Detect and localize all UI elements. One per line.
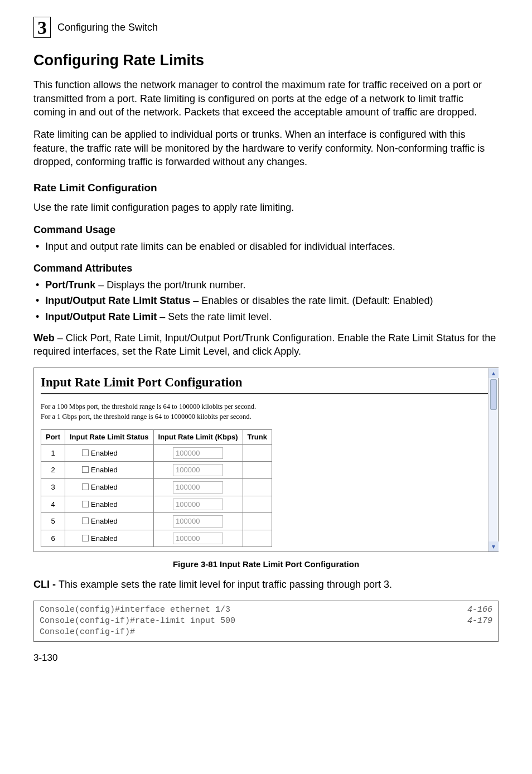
enabled-checkbox[interactable] bbox=[82, 449, 89, 456]
enabled-label: Enabled bbox=[91, 466, 118, 474]
rate-limit-input[interactable]: 100000 bbox=[173, 447, 223, 459]
cell-status: Enabled bbox=[65, 478, 154, 496]
col-status: Input Rate Limit Status bbox=[65, 430, 154, 445]
page-number: 3-130 bbox=[33, 652, 499, 665]
cell-trunk bbox=[243, 444, 272, 462]
cli-line-2: Console(config-if)#rate-limit input 500 … bbox=[40, 616, 492, 627]
cell-trunk bbox=[243, 530, 272, 547]
cli-line3-cmd: Console(config-if)# bbox=[40, 627, 135, 638]
figure-caption: Figure 3-81 Input Rate Limit Port Config… bbox=[33, 559, 499, 570]
figure-note-1: For a 100 Mbps port, the threshold range… bbox=[41, 402, 491, 412]
figure-divider bbox=[41, 393, 491, 394]
table-row: 5Enabled100000 bbox=[41, 513, 272, 530]
usage-bullet: Input and output rate limits can be enab… bbox=[33, 240, 499, 253]
cell-trunk bbox=[243, 513, 272, 530]
cell-limit: 100000 bbox=[153, 462, 243, 479]
command-attributes-list: Port/Trunk – Displays the port/trunk num… bbox=[33, 278, 499, 323]
cell-status: Enabled bbox=[65, 496, 154, 513]
table-row: 2Enabled100000 bbox=[41, 462, 272, 479]
cell-port: 3 bbox=[41, 478, 65, 496]
attr1-label: Port/Trunk bbox=[45, 279, 95, 291]
cell-port: 5 bbox=[41, 513, 65, 530]
figure-panel-title: Input Rate Limit Port Configuration bbox=[41, 374, 491, 391]
attr-port-trunk: Port/Trunk – Displays the port/trunk num… bbox=[33, 278, 499, 292]
scroll-thumb[interactable] bbox=[490, 379, 497, 410]
rate-limit-table: Port Input Rate Limit Status Input Rate … bbox=[41, 429, 272, 547]
section-title: Configuring Rate Limits bbox=[33, 50, 499, 70]
figure-note-2: For a 1 Gbps port, the threshold range i… bbox=[41, 412, 491, 422]
table-row: 4Enabled100000 bbox=[41, 496, 272, 513]
cell-port: 1 bbox=[41, 444, 65, 462]
command-attributes-head: Command Attributes bbox=[33, 262, 499, 275]
command-usage-head: Command Usage bbox=[33, 223, 499, 236]
cli-lead: CLI - This example sets the rate limit l… bbox=[33, 578, 499, 591]
cell-status: Enabled bbox=[65, 530, 154, 547]
web-instructions: Web – Click Port, Rate Limit, Input/Outp… bbox=[33, 331, 499, 359]
enabled-checkbox[interactable] bbox=[82, 483, 89, 490]
web-text: – Click Port, Rate Limit, Input/Output P… bbox=[33, 332, 496, 357]
rate-limit-input[interactable]: 100000 bbox=[173, 515, 223, 528]
cell-limit: 100000 bbox=[153, 513, 243, 530]
cli-line-1: Console(config)#interface ethernet 1/3 4… bbox=[40, 604, 492, 616]
scrollbar[interactable]: ▴ ▾ bbox=[488, 368, 498, 552]
cell-limit: 100000 bbox=[153, 530, 243, 547]
subsection-title: Rate Limit Configuration bbox=[33, 181, 499, 195]
cell-limit: 100000 bbox=[153, 478, 243, 496]
enabled-checkbox[interactable] bbox=[82, 517, 89, 524]
enabled-label: Enabled bbox=[91, 534, 118, 543]
cli-line-3: Console(config-if)# bbox=[40, 627, 492, 638]
attr2-text: – Enables or disables the rate limit. (D… bbox=[190, 295, 433, 306]
cell-limit: 100000 bbox=[153, 444, 243, 462]
attr3-label: Input/Output Rate Limit bbox=[45, 311, 157, 322]
cell-status: Enabled bbox=[65, 462, 154, 479]
cell-trunk bbox=[243, 496, 272, 513]
cli-lead-text: This example sets the rate limit level f… bbox=[59, 579, 392, 590]
table-row: 1Enabled100000 bbox=[41, 444, 272, 462]
enabled-label: Enabled bbox=[91, 449, 118, 457]
rate-limit-input[interactable]: 100000 bbox=[173, 464, 223, 476]
col-port: Port bbox=[41, 430, 65, 445]
cell-status: Enabled bbox=[65, 444, 154, 462]
cell-trunk bbox=[243, 462, 272, 479]
scroll-up-icon[interactable]: ▴ bbox=[489, 368, 499, 378]
cli-line1-cmd: Console(config)#interface ethernet 1/3 bbox=[40, 604, 230, 616]
col-trunk: Trunk bbox=[243, 430, 272, 445]
chapter-number-box: 3 bbox=[33, 17, 51, 38]
attr-rate-limit: Input/Output Rate Limit – Sets the rate … bbox=[33, 310, 499, 323]
attr3-text: – Sets the rate limit level. bbox=[157, 311, 272, 322]
rate-limit-input[interactable]: 100000 bbox=[173, 481, 223, 494]
running-head: Configuring the Switch bbox=[57, 21, 158, 34]
enabled-checkbox[interactable] bbox=[82, 501, 89, 507]
cli-line2-cmd: Console(config-if)#rate-limit input 500 bbox=[40, 616, 235, 627]
rate-limit-input[interactable]: 100000 bbox=[173, 533, 223, 545]
cell-limit: 100000 bbox=[153, 496, 243, 513]
figure-panel: ▴ ▾ Input Rate Limit Port Configuration … bbox=[33, 367, 499, 553]
cli-line1-ref: 4-166 bbox=[456, 604, 492, 616]
enabled-label: Enabled bbox=[91, 500, 118, 509]
table-row: 6Enabled100000 bbox=[41, 530, 272, 547]
col-limit: Input Rate Limit (Kbps) bbox=[153, 430, 243, 445]
cli-line2-ref: 4-179 bbox=[456, 616, 492, 627]
web-label: Web bbox=[33, 332, 55, 344]
scroll-down-icon[interactable]: ▾ bbox=[489, 541, 499, 552]
cli-lead-label: CLI - bbox=[33, 579, 59, 590]
enabled-label: Enabled bbox=[91, 483, 118, 491]
attr1-text: – Displays the port/trunk number. bbox=[95, 279, 245, 291]
rate-limit-input[interactable]: 100000 bbox=[173, 499, 223, 511]
enabled-label: Enabled bbox=[91, 517, 118, 525]
cell-trunk bbox=[243, 478, 272, 496]
cli-code-block: Console(config)#interface ethernet 1/3 4… bbox=[33, 601, 499, 642]
cell-port: 4 bbox=[41, 496, 65, 513]
attr2-label: Input/Output Rate Limit Status bbox=[45, 295, 190, 306]
cell-status: Enabled bbox=[65, 513, 154, 530]
page-header: 3 Configuring the Switch bbox=[33, 17, 499, 38]
cell-port: 2 bbox=[41, 462, 65, 479]
table-row: 3Enabled100000 bbox=[41, 478, 272, 496]
attr-rate-limit-status: Input/Output Rate Limit Status – Enables… bbox=[33, 294, 499, 307]
section-para-2: Rate limiting can be applied to individu… bbox=[33, 128, 499, 168]
enabled-checkbox[interactable] bbox=[82, 466, 89, 473]
section-para-1: This function allows the network manager… bbox=[33, 78, 499, 119]
enabled-checkbox[interactable] bbox=[82, 535, 89, 541]
command-usage-list: Input and output rate limits can be enab… bbox=[33, 240, 499, 253]
subsection-intro: Use the rate limit configuration pages t… bbox=[33, 201, 499, 214]
